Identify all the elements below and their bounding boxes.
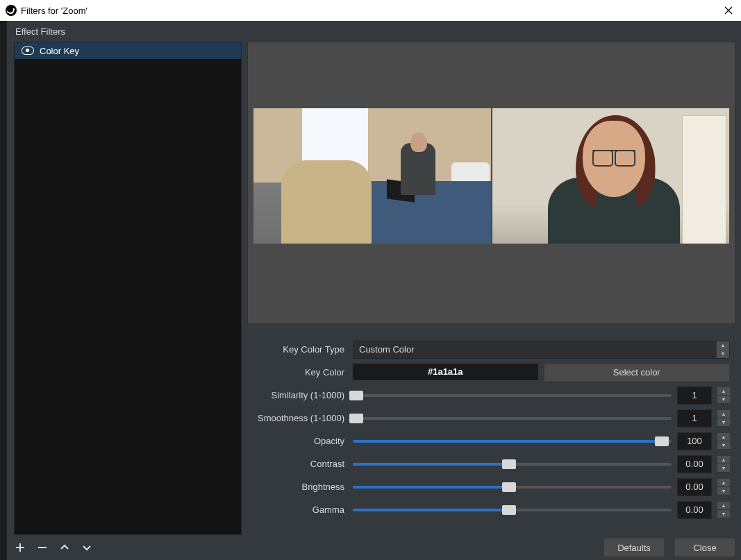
filter-list: Color Key <box>14 42 242 535</box>
add-filter-button[interactable] <box>14 541 26 554</box>
controls-panel: Key Color Type Custom Color ▲▼ Key Color… <box>247 324 735 535</box>
similarity-row: Similarity (1-1000) 1▲▼ <box>247 384 730 407</box>
remove-filter-button[interactable] <box>36 541 49 554</box>
contrast-value[interactable]: 0.00 <box>677 455 712 473</box>
gamma-value[interactable]: 0.00 <box>677 501 712 519</box>
opacity-value[interactable]: 100 <box>677 432 712 450</box>
contrast-stepper[interactable]: ▲▼ <box>717 456 730 473</box>
similarity-stepper[interactable]: ▲▼ <box>717 387 730 404</box>
similarity-value[interactable]: 1 <box>677 387 712 405</box>
contrast-row: Contrast 0.00▲▼ <box>247 452 730 475</box>
gamma-slider[interactable] <box>353 509 672 511</box>
filter-item-color-key[interactable]: Color Key <box>15 42 241 59</box>
chevron-up-icon <box>60 543 69 552</box>
similarity-slider[interactable] <box>353 394 672 397</box>
gamma-row: Gamma 0.00▲▼ <box>247 498 730 521</box>
preview-video-left <box>253 108 491 244</box>
minus-icon <box>38 543 47 552</box>
effect-filters-heading: Effect Filters <box>7 21 253 42</box>
title-bar: Filters for 'Zoom' <box>0 0 741 21</box>
opacity-slider[interactable] <box>353 440 672 443</box>
smoothness-stepper[interactable]: ▲▼ <box>717 410 730 427</box>
smoothness-value[interactable]: 1 <box>677 409 712 427</box>
window-title: Filters for 'Zoom' <box>21 6 88 16</box>
gamma-stepper[interactable]: ▲▼ <box>717 502 730 518</box>
opacity-row: Opacity 100▲▼ <box>247 430 730 452</box>
key-color-label: Key Color <box>247 367 353 377</box>
close-icon <box>724 6 733 15</box>
brightness-row: Brightness 0.00▲▼ <box>247 475 730 498</box>
key-color-type-label: Key Color Type <box>247 344 353 355</box>
close-button[interactable]: Close <box>674 538 735 557</box>
brightness-slider[interactable] <box>353 486 672 489</box>
window-close-button[interactable] <box>722 3 735 17</box>
key-color-type-select[interactable]: Custom Color ▲▼ <box>353 341 730 359</box>
preview-pane <box>247 42 735 324</box>
filter-item-label: Color Key <box>40 46 79 56</box>
select-color-button[interactable]: Select color <box>544 364 731 382</box>
move-up-button[interactable] <box>58 541 71 554</box>
brightness-stepper[interactable]: ▲▼ <box>717 479 730 495</box>
smoothness-row: Smoothness (1-1000) 1▲▼ <box>247 407 730 430</box>
move-down-button[interactable] <box>81 541 93 554</box>
select-spinner-icon: ▲▼ <box>716 341 729 358</box>
key-color-hex: #1a1a1a <box>353 364 538 380</box>
visibility-icon[interactable] <box>22 46 34 55</box>
defaults-button[interactable]: Defaults <box>603 538 665 557</box>
chevron-down-icon <box>82 543 92 552</box>
plus-icon <box>15 543 25 552</box>
preview-video-right <box>492 108 730 244</box>
contrast-slider[interactable] <box>353 463 672 466</box>
obs-logo-icon <box>6 5 17 16</box>
brightness-value[interactable]: 0.00 <box>677 478 712 496</box>
smoothness-slider[interactable] <box>353 417 672 420</box>
opacity-stepper[interactable]: ▲▼ <box>717 433 730 450</box>
